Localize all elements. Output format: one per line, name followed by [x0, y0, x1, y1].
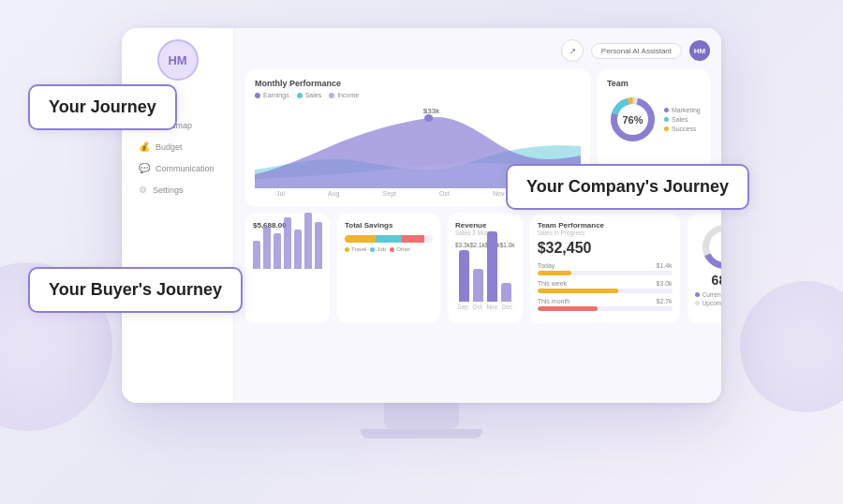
rev-label-nov: Nov [486, 304, 497, 310]
job-label: Job [377, 246, 386, 252]
sidebar-item-label: Settings [153, 185, 184, 195]
perf-month-text: This month [538, 298, 570, 304]
perf-row-week: This week $3.0k [538, 280, 673, 293]
team-perf-sub: Sales in Progress [538, 230, 673, 236]
chart-legend: Earnings Sales Income [255, 92, 581, 98]
earnings-dot [255, 93, 260, 98]
settings-icon: ⚙ [139, 185, 147, 195]
savings-seg-job [376, 235, 402, 243]
share-button[interactable]: ↗ [561, 39, 584, 62]
chart-title: Monthly Performance [255, 79, 581, 88]
prog-legend-current: Current [695, 291, 721, 298]
legend-earnings: Earnings [255, 92, 289, 98]
rev-bar-oct [473, 269, 483, 302]
earnings-label: Earnings [263, 92, 289, 98]
bar-7 [315, 222, 322, 269]
revenue-card: Revenue Sales 3 Months $3.3k $2.1k $4.5k… [448, 214, 523, 323]
bar-3 [274, 233, 281, 269]
perf-row-month: This month $2.7k [538, 298, 673, 311]
annotation-company-journey: Your Company's Journey [506, 164, 749, 210]
budget-icon: 💰 [139, 141, 150, 152]
progress-legend: Current Upcoming [695, 291, 721, 306]
perf-today-text: Today [538, 262, 555, 269]
bar-1 [253, 241, 260, 269]
monitor-wrapper: HM 👤 Team 📊 Roadmap 💰 Budget [122, 28, 721, 440]
rev-bar-dec [501, 283, 511, 302]
success-dot [664, 126, 669, 131]
buyer-journey-text: Your Buyer's Journey [49, 280, 222, 299]
bar-6 [304, 213, 312, 269]
revenue-bars [455, 250, 515, 302]
upcoming-label: Upcoming [702, 300, 721, 306]
marketing-dot [664, 108, 669, 112]
company-journey-text: Your Company's Journey [526, 177, 729, 196]
savings-legend: Travel Job Other [345, 246, 433, 252]
donut-wrapper: 76% Marketing Sales [607, 94, 701, 145]
sidebar-item-label: Budget [155, 142, 183, 152]
bar-5 [294, 230, 302, 269]
monitor-base [361, 429, 482, 438]
perf-track-month [538, 306, 673, 311]
label-oct: Oct [439, 190, 450, 197]
upcoming-dot [695, 301, 700, 305]
perf-fill-week [538, 289, 618, 293]
savings-bar [345, 235, 433, 243]
savings-card: Total Savings Travel [337, 214, 440, 323]
revenue-values: $3.3k $2.1k $4.5k $1.0k [455, 242, 515, 248]
revenue-labels: Sep Oct Nov Dec [455, 304, 515, 310]
user-badge: HM [689, 40, 710, 61]
success-label: Success [672, 126, 696, 132]
donut-title: Team [607, 79, 701, 88]
legend-income: Income [329, 92, 359, 98]
donut-chart: 76% [607, 94, 658, 145]
perf-week-text: This week [538, 280, 568, 287]
bg-decoration-right [740, 281, 843, 412]
sales-dot [664, 117, 669, 122]
second-row: $5,688.00 Total Savings [245, 214, 710, 323]
perf-label-today: Today $1.4k [538, 262, 673, 269]
other-label: Other [396, 246, 410, 252]
savings-legend-other: Other [390, 246, 410, 252]
avatar: HM [157, 39, 199, 81]
team-perf-title: Team Performance [538, 221, 673, 230]
prog-legend-upcoming: Upcoming [695, 300, 721, 306]
perf-today-value: $1.4k [657, 262, 673, 269]
income-dot [329, 93, 334, 98]
label-aug: Aug [328, 190, 339, 197]
legend-sales: Sales [297, 92, 322, 98]
sidebar-item-settings[interactable]: ⚙ Settings [131, 180, 224, 200]
revenue-subtitle: Sales 3 Months [455, 230, 515, 236]
savings-title: Total Savings [345, 221, 433, 230]
team-perf-amount: $32,450 [538, 240, 673, 257]
mini-bars [253, 231, 322, 269]
travel-dot [345, 247, 349, 252]
perf-label-month: This month $2.7k [538, 298, 673, 304]
other-dot [390, 247, 394, 252]
main-content: ↗ Personal AI Assistant HM Monthly Perfo… [234, 28, 721, 403]
progress-svg [699, 221, 721, 273]
perf-row-today: Today $1.4k [538, 262, 673, 275]
sales-label: Sales [305, 92, 322, 98]
ai-assistant-button[interactable]: Personal AI Assistant [591, 43, 682, 59]
rev-label-sep: Sep [457, 304, 468, 310]
svg-text:$33k: $33k [423, 108, 440, 115]
savings-legend-travel: Travel [345, 246, 366, 252]
savings-seg-travel [345, 235, 376, 243]
sidebar-item-budget[interactable]: 💰 Budget [131, 137, 224, 156]
rev-val-dec: $1.0k [500, 242, 515, 248]
sales-dot [297, 93, 303, 98]
label-sept: Sept [383, 190, 396, 197]
label-nov: Nov [493, 190, 504, 197]
svg-point-0 [424, 114, 433, 122]
dashboard: HM 👤 Team 📊 Roadmap 💰 Budget [122, 28, 721, 403]
marketing-label: Marketing [672, 107, 701, 113]
current-dot [695, 292, 700, 297]
income-label: Income [337, 92, 359, 98]
job-dot [370, 247, 375, 252]
perf-month-value: $2.7k [657, 298, 673, 304]
donut-percentage: 76% [622, 114, 643, 126]
rev-val-oct: $2.1k [470, 242, 485, 248]
sidebar-item-communication[interactable]: 💬 Communication [131, 158, 224, 178]
bar-2 [263, 227, 271, 269]
progress-pct: 68% [712, 273, 721, 288]
